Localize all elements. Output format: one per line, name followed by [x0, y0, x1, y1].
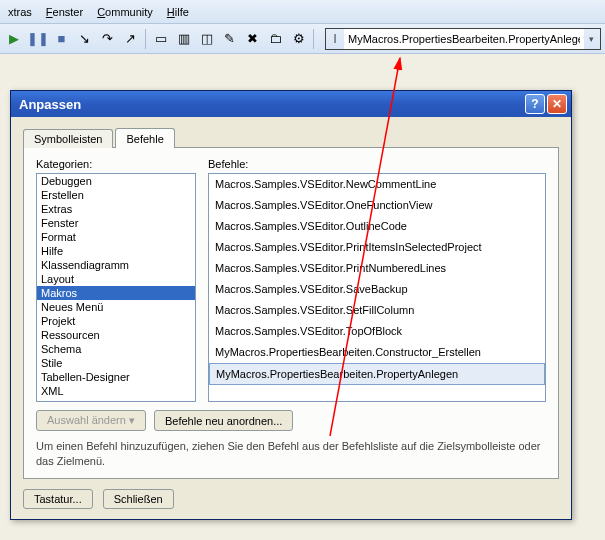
titlebar: Anpassen ? ✕	[11, 91, 571, 117]
list-item[interactable]: MyMacros.PropertiesBearbeiten.Constructo…	[209, 342, 545, 363]
list-item[interactable]: Debuggen	[37, 174, 195, 188]
menu-help[interactable]: Hilfe	[167, 6, 189, 18]
macro-input[interactable]	[344, 29, 584, 49]
list-item[interactable]: Neues Menü	[37, 300, 195, 314]
tabstrip: Symbolleisten Befehle	[23, 125, 559, 147]
list-item[interactable]: Klassendiagramm	[37, 258, 195, 272]
tool-icon-6[interactable]: 🗀	[265, 28, 286, 50]
chevron-down-icon[interactable]: ▾	[584, 34, 600, 44]
toolbar-separator	[145, 29, 147, 49]
pause-icon[interactable]: ❚❚	[27, 28, 49, 50]
list-item[interactable]: Stile	[37, 356, 195, 370]
tab-toolbars[interactable]: Symbolleisten	[23, 129, 113, 148]
list-item[interactable]: Format	[37, 230, 195, 244]
toolbar-separator	[313, 29, 315, 49]
list-item[interactable]: Macros.Samples.VSEditor.SaveBackup	[209, 279, 545, 300]
categories-listbox[interactable]: DebuggenErstellenExtrasFensterFormatHilf…	[36, 173, 196, 402]
list-item[interactable]: Hilfe	[37, 244, 195, 258]
list-item[interactable]: Macros.Samples.VSEditor.PrintItemsInSele…	[209, 237, 545, 258]
list-item[interactable]: MyMacros.PropertiesBearbeiten.PropertyAn…	[209, 363, 545, 385]
list-item[interactable]: Erstellen	[37, 188, 195, 202]
categories-label: Kategorien:	[36, 158, 196, 170]
rearrange-commands-button[interactable]: Befehle neu anordnen...	[154, 410, 293, 431]
content-area: Anpassen ? ✕ Symbolleisten Befehle Kateg…	[0, 54, 605, 540]
hint-text: Um einen Befehl hinzuzufügen, ziehen Sie…	[36, 439, 546, 468]
step-into-icon[interactable]: ↘	[74, 28, 95, 50]
tool-icon-1[interactable]: ▭	[151, 28, 172, 50]
close-icon[interactable]: ✕	[547, 94, 567, 114]
play-icon[interactable]: ▶	[4, 28, 25, 50]
dialog-title: Anpassen	[19, 97, 523, 112]
modify-selection-button[interactable]: Auswahl ändern ▾	[36, 410, 146, 431]
step-out-icon[interactable]: ↗	[120, 28, 141, 50]
list-item[interactable]: Macros.Samples.VSEditor.OneFunctionView	[209, 195, 545, 216]
list-item[interactable]: Macros.Samples.VSEditor.SetFillColumn	[209, 300, 545, 321]
tool-icon-2[interactable]: ▥	[173, 28, 194, 50]
tool-icon-4[interactable]: ✎	[219, 28, 240, 50]
caret-icon: I	[326, 31, 344, 46]
list-item[interactable]: Macros.Samples.VSEditor.NewCommentLine	[209, 174, 545, 195]
menu-extras[interactable]: xtras	[8, 6, 32, 18]
list-item[interactable]: Ressourcen	[37, 328, 195, 342]
tabpanel-commands: Kategorien: DebuggenErstellenExtrasFenst…	[23, 147, 559, 479]
tool-icon-5[interactable]: ✖	[242, 28, 263, 50]
list-item[interactable]: Macros.Samples.VSEditor.OutlineCode	[209, 216, 545, 237]
menu-bar: xtras Fenster Community Hilfe	[0, 0, 605, 24]
list-item[interactable]: XML	[37, 384, 195, 398]
dialog-body: Symbolleisten Befehle Kategorien: Debugg…	[11, 117, 571, 519]
tab-commands[interactable]: Befehle	[115, 128, 174, 148]
close-button[interactable]: Schließen	[103, 489, 174, 509]
commands-label: Befehle:	[208, 158, 546, 170]
tool-icon-3[interactable]: ◫	[196, 28, 217, 50]
list-item[interactable]: Macros.Samples.VSEditor.TopOfBlock	[209, 321, 545, 342]
toolbar: ▶ ❚❚ ■ ↘ ↷ ↗ ▭ ▥ ◫ ✎ ✖ 🗀 ⚙ I ▾	[0, 24, 605, 54]
list-item[interactable]: Extras	[37, 202, 195, 216]
menu-community[interactable]: Community	[97, 6, 153, 18]
list-item[interactable]: Projekt	[37, 314, 195, 328]
help-button[interactable]: ?	[525, 94, 545, 114]
menu-window[interactable]: Fenster	[46, 6, 83, 18]
commands-listbox[interactable]: Macros.Samples.VSEditor.NewCommentLineMa…	[208, 173, 546, 402]
macro-combobox[interactable]: I ▾	[325, 28, 601, 50]
list-item[interactable]: Tabellen-Designer	[37, 370, 195, 384]
keyboard-button[interactable]: Tastatur...	[23, 489, 93, 509]
list-item[interactable]: Fenster	[37, 216, 195, 230]
list-item[interactable]: Macros.Samples.VSEditor.PrintNumberedLin…	[209, 258, 545, 279]
stop-icon[interactable]: ■	[51, 28, 72, 50]
tool-icon-7[interactable]: ⚙	[288, 28, 309, 50]
list-item[interactable]: Layout	[37, 272, 195, 286]
list-item[interactable]: Makros	[37, 286, 195, 300]
list-item[interactable]: Schema	[37, 342, 195, 356]
customize-dialog: Anpassen ? ✕ Symbolleisten Befehle Kateg…	[10, 90, 572, 520]
step-over-icon[interactable]: ↷	[97, 28, 118, 50]
